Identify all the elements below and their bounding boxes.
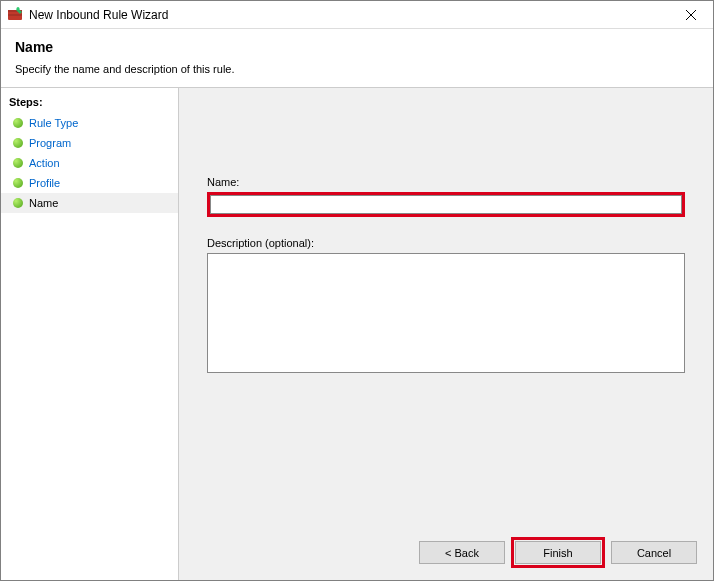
steps-heading: Steps: xyxy=(1,94,178,113)
bullet-icon xyxy=(13,158,23,168)
description-field-group: Description (optional): xyxy=(207,237,685,377)
bullet-icon xyxy=(13,118,23,128)
description-label: Description (optional): xyxy=(207,237,685,249)
close-button[interactable] xyxy=(673,3,709,27)
page-title: Name xyxy=(15,39,699,55)
button-row: < Back Finish Cancel xyxy=(419,537,697,568)
name-input[interactable] xyxy=(210,195,682,214)
step-label: Action xyxy=(29,157,60,169)
main-panel: Name: Description (optional): < Back Fin… xyxy=(179,88,713,580)
name-label: Name: xyxy=(207,176,685,188)
name-field-group: Name: xyxy=(207,176,685,217)
step-rule-type[interactable]: Rule Type xyxy=(1,113,178,133)
back-button[interactable]: < Back xyxy=(419,541,505,564)
description-textarea[interactable] xyxy=(207,253,685,373)
step-label: Profile xyxy=(29,177,60,189)
steps-sidebar: Steps: Rule Type Program Action Profile … xyxy=(1,88,179,580)
finish-button-highlight: Finish xyxy=(511,537,605,568)
step-name[interactable]: Name xyxy=(1,193,178,213)
bullet-icon xyxy=(13,198,23,208)
finish-button[interactable]: Finish xyxy=(515,541,601,564)
step-profile[interactable]: Profile xyxy=(1,173,178,193)
step-label: Rule Type xyxy=(29,117,78,129)
bullet-icon xyxy=(13,138,23,148)
name-input-highlight xyxy=(207,192,685,217)
cancel-button[interactable]: Cancel xyxy=(611,541,697,564)
svg-rect-2 xyxy=(8,14,22,16)
wizard-window: New Inbound Rule Wizard Name Specify the… xyxy=(0,0,714,581)
titlebar: New Inbound Rule Wizard xyxy=(1,1,713,29)
page-subtitle: Specify the name and description of this… xyxy=(15,63,699,75)
svg-point-3 xyxy=(17,7,20,10)
body: Steps: Rule Type Program Action Profile … xyxy=(1,88,713,580)
window-title: New Inbound Rule Wizard xyxy=(29,8,673,22)
step-program[interactable]: Program xyxy=(1,133,178,153)
bullet-icon xyxy=(13,178,23,188)
firewall-app-icon xyxy=(7,7,23,23)
step-action[interactable]: Action xyxy=(1,153,178,173)
step-label: Program xyxy=(29,137,71,149)
header: Name Specify the name and description of… xyxy=(1,29,713,88)
step-label: Name xyxy=(29,197,58,209)
